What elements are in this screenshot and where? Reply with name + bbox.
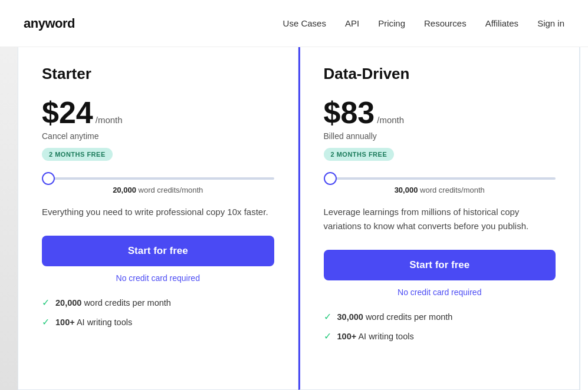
cards-wrapper: Starter $24 /month Cancel anytime 2 MONT… [18,47,580,390]
starter-price: $24 [42,97,93,128]
nav-link-use-cases[interactable]: Use Cases [283,18,326,28]
logo[interactable]: anyword [24,16,75,31]
data-driven-slider-container: 30,000 word credits/month [324,177,556,194]
starter-slider-thumb[interactable] [42,172,55,185]
starter-feature-credits: ✓ 20,000 word credits per month [42,297,274,308]
data-driven-feature-credits-text: 30,000 word credits per month [337,312,453,322]
data-driven-period: /month [377,115,404,125]
starter-features-list: ✓ 20,000 word credits per month ✓ 100+ A… [42,297,274,328]
data-driven-price: $83 [324,97,375,128]
starter-price-row: $24 /month [42,97,274,128]
data-driven-feature-tools: ✓ 100+ AI writing tools [324,330,556,342]
check-icon-dd-tools: ✓ [324,330,331,342]
starter-slider-track [42,177,274,180]
nav-item-pricing[interactable]: Pricing [378,18,405,29]
signin-link[interactable]: Sign in [537,18,564,28]
data-driven-cta-button[interactable]: Start for free [324,250,556,280]
nav-item-affiliates[interactable]: Affiliates [485,18,518,29]
check-icon-dd-credits: ✓ [324,311,331,322]
data-driven-free-badge: 2 MONTHS FREE [324,148,395,161]
nav-item-resources[interactable]: Resources [424,18,467,29]
starter-card: Starter $24 /month Cancel anytime 2 MONT… [18,47,298,390]
nav-item-api[interactable]: API [345,18,359,29]
pricing-content: Starter $24 /month Cancel anytime 2 MONT… [0,47,588,390]
nav-item-use-cases[interactable]: Use Cases [283,18,326,29]
starter-cancel-text: Cancel anytime [42,131,274,141]
right-partial-strip [580,47,588,390]
starter-feature-credits-text: 20,000 word credits per month [55,298,171,308]
starter-free-badge: 2 MONTHS FREE [42,148,113,161]
data-driven-feature-tools-text: 100+ AI writing tools [337,332,414,341]
nav-link-affiliates[interactable]: Affiliates [485,18,518,28]
data-driven-billed-text: Billed annually [324,131,556,141]
data-driven-slider-value: 30,000 [395,186,418,194]
starter-slider-container: 20,000 word credits/month [42,177,274,194]
check-icon-credits: ✓ [42,297,50,308]
starter-feature-tools: ✓ 100+ AI writing tools [42,316,274,328]
starter-cta-button[interactable]: Start for free [42,236,274,266]
check-icon-tools: ✓ [42,316,50,328]
starter-description: Everything you need to write professiona… [42,205,274,219]
starter-feature-tools-text: 100+ AI writing tools [55,318,132,327]
nav-link-resources[interactable]: Resources [424,18,467,28]
data-driven-title: Data-Driven [324,65,556,83]
starter-no-cc: No credit card required [42,273,274,283]
starter-slider-value: 20,000 [113,186,136,194]
data-driven-feature-credits: ✓ 30,000 word credits per month [324,311,556,322]
data-driven-description: Leverage learnings from millions of hist… [324,205,556,233]
data-driven-features-list: ✓ 30,000 word credits per month ✓ 100+ A… [324,311,556,342]
starter-title: Starter [42,65,274,83]
data-driven-card: Data-Driven $83 /month Billed annually 2… [298,47,580,390]
navbar: anyword Use Cases API Pricing Resources … [0,0,588,47]
data-driven-no-cc: No credit card required [324,287,556,297]
nav-link-api[interactable]: API [345,18,359,28]
data-driven-slider-track [324,177,556,180]
starter-period: /month [96,115,123,125]
data-driven-price-row: $83 /month [324,97,556,128]
nav-links: Use Cases API Pricing Resources Affiliat… [283,18,519,29]
left-decorative-strip [0,47,18,390]
data-driven-slider-label: 30,000 word credits/month [324,186,556,194]
data-driven-slider-thumb[interactable] [324,172,337,185]
nav-link-pricing[interactable]: Pricing [378,18,405,28]
starter-slider-label: 20,000 word credits/month [42,186,274,194]
